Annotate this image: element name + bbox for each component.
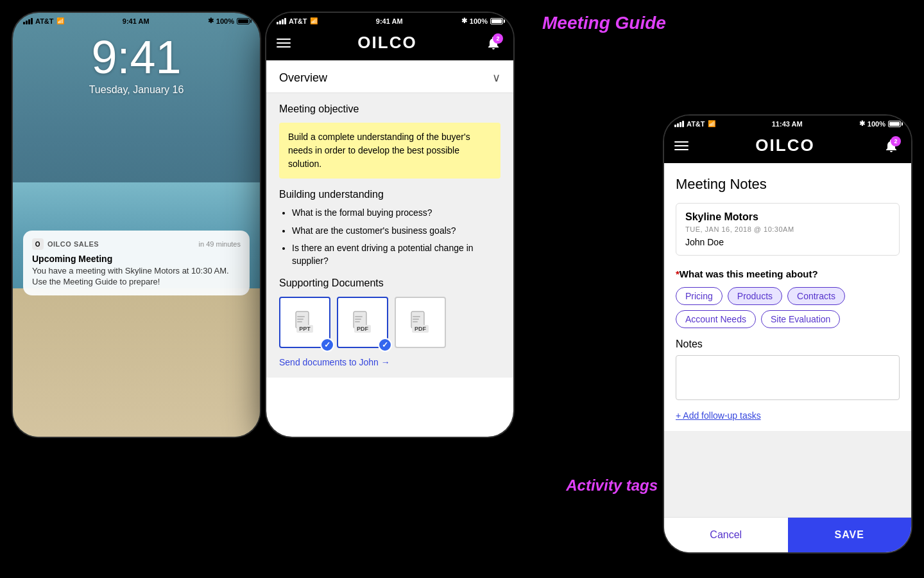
bell-button-2[interactable]: 2 [484,33,503,53]
status-bar-1: AT&T 📶 9:41 AM ✱ 100% [13,13,260,28]
doc-check-2: ✓ [378,338,392,352]
overview-title: Overview [279,71,327,85]
status-bar-3: AT&T 📶 11:43 AM ✱ 100% [664,116,911,130]
notif-app-icon: O [32,238,44,250]
doc-label-3: PDF [412,325,429,333]
tag-pricing[interactable]: Pricing [676,287,723,305]
svg-rect-3 [297,321,302,322]
bluetooth-icon: ✱ [208,17,214,25]
status-bar-2: AT&T 📶 9:41 AM ✱ 100% [266,13,513,28]
notes-content: Meeting Notes Skyline Motors TUE, JAN 16… [664,163,911,517]
about-question: *What was this meeting about? [676,268,900,279]
meeting-guide-label: Meeting Guide [542,13,666,33]
chevron-down-icon[interactable]: ∨ [492,71,501,85]
app-header-2: OILCO 2 [266,28,513,60]
overview-body: Meeting objective Build a complete under… [266,93,513,378]
meeting-objective-title: Meeting objective [279,103,501,115]
battery-icon-2 [490,18,503,24]
doc-label-1: PPT [296,325,313,333]
bullet-item: What are the customer's business goals? [292,225,501,238]
phone-meeting-notes: AT&T 📶 11:43 AM ✱ 100% OILCO [664,116,911,552]
notes-card: Meeting Notes Skyline Motors TUE, JAN 16… [664,163,911,431]
status-left-1: AT&T 📶 [23,17,64,25]
tags-row-1: Pricing Products Contracts [676,287,900,305]
bell-button-3[interactable]: 2 [882,136,901,155]
building-understanding-title: Building understanding [279,189,501,200]
status-left-2: AT&T 📶 [277,17,318,25]
notes-textarea[interactable] [676,355,900,400]
tag-products[interactable]: Products [728,287,782,305]
doc-check-1: ✓ [320,338,334,352]
app-logo-2: OILCO [357,33,416,53]
svg-rect-6 [355,319,361,320]
svg-rect-2 [297,319,304,320]
carrier-label: AT&T [35,17,54,25]
notif-header: O OILCO SALES in 49 minutes [32,238,241,250]
status-left-3: AT&T 📶 [674,120,715,128]
add-tasks-link[interactable]: + Add follow-up tasks [676,410,900,421]
tags-row-2: Account Needs Site Evaluation [676,310,900,328]
doc-thumb-1[interactable]: PPT ✓ [279,297,330,348]
lock-date: Tuesday, January 16 [13,84,260,96]
beach-sand [13,288,260,437]
meeting-info-box: Skyline Motors TUE, JAN 16, 2018 @ 10:30… [676,203,900,256]
battery-label: 100% [216,17,234,25]
notif-app: O OILCO SALES [32,238,99,250]
status-right-2: ✱ 100% [461,17,503,25]
tag-contracts[interactable]: Contracts [787,287,845,305]
battery-label-2: 100% [470,17,488,25]
phone-meeting-guide: AT&T 📶 9:41 AM ✱ 100% OILCO [266,13,513,437]
supporting-docs-title: Supporting Documents [279,277,501,289]
notes-footer: Cancel SAVE [664,517,911,552]
bullet-item: Is there an event driving a potential ch… [292,242,501,267]
app-header-3: OILCO 2 [664,130,911,163]
time-label-1: 9:41 AM [123,17,150,25]
lock-time-display: 9:41 Tuesday, January 16 [13,28,260,96]
overview-header[interactable]: Overview ∨ [266,60,513,93]
meeting-company: Skyline Motors [685,211,890,223]
signal-icon [23,18,33,24]
meeting-contact: John Doe [685,237,890,247]
notif-title: Upcoming Meeting [32,254,241,264]
bullet-item: What is the formal buying process? [292,207,501,220]
wifi-icon-3: 📶 [708,120,715,127]
svg-rect-5 [355,316,363,317]
about-question-text: What was this meeting about? [680,268,818,279]
status-right-3: ✱ 100% [859,119,901,128]
meeting-datetime: TUE, JAN 16, 2018 @ 10:30AM [685,225,890,233]
wifi-icon-2: 📶 [310,17,318,24]
bluetooth-icon-2: ✱ [461,17,467,25]
phone-lockscreen: AT&T 📶 9:41 AM ✱ 100% 9:41 Tuesday, Janu… [13,13,260,437]
carrier-label-3: AT&T [687,120,705,128]
overview-section: Overview ∨ Meeting objective Build a com… [266,60,513,378]
hamburger-menu-3[interactable] [674,141,689,150]
doc-thumb-3[interactable]: PDF [395,297,446,348]
bullet-list: What is the formal buying process? What … [279,207,501,267]
doc-thumb-2[interactable]: PDF ✓ [337,297,388,348]
notif-time: in 49 minutes [199,240,241,248]
bell-badge-2: 2 [493,33,503,44]
tag-site-evaluation[interactable]: Site Evaluation [761,310,840,328]
wifi-icon: 📶 [56,17,64,24]
hamburger-menu[interactable] [277,39,291,48]
cancel-button[interactable]: Cancel [664,518,788,552]
svg-rect-9 [413,316,420,317]
svg-rect-7 [355,321,360,322]
carrier-label-2: AT&T [289,17,307,25]
signal-icon-3 [674,121,684,127]
notif-body: You have a meeting with Skyline Motors a… [32,266,241,288]
svg-rect-1 [297,316,305,317]
tag-account-needs[interactable]: Account Needs [676,310,756,328]
svg-rect-10 [413,319,419,320]
app-logo-3: OILCO [755,136,814,155]
bluetooth-icon-3: ✱ [859,119,865,128]
save-button[interactable]: SAVE [788,518,912,552]
notes-label: Notes [676,338,900,350]
activity-tags-label: Activity tags [566,477,658,495]
send-docs-link[interactable]: Send documents to John → [279,357,501,367]
signal-icon-2 [277,18,286,24]
notification-card[interactable]: O OILCO SALES in 49 minutes Upcoming Mee… [23,231,250,295]
time-label-2: 9:41 AM [376,17,403,25]
time-label-3: 11:43 AM [772,120,803,128]
guide-content[interactable]: Overview ∨ Meeting objective Build a com… [266,60,513,437]
